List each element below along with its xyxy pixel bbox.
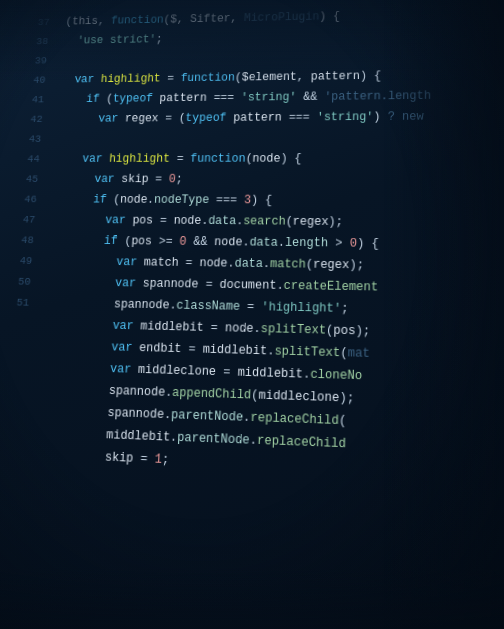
code-content: 37 38 39 40 41 42 43 44 45 46 47 48 49 5… (0, 0, 503, 629)
code-line: var highlight = function(node) { (55, 148, 499, 169)
code-line: var skip = 0; (54, 169, 500, 191)
code-line: if (node.nodeType === 3) { (52, 189, 499, 212)
code-editor: 37 38 39 40 41 42 43 44 45 46 47 48 49 5… (0, 0, 504, 629)
code-line: var regex = (typeof pattern === 'string'… (58, 106, 499, 129)
code-line (57, 127, 500, 149)
code-lines: (this, function($, Sifter, MicroPlugin) … (25, 0, 502, 485)
